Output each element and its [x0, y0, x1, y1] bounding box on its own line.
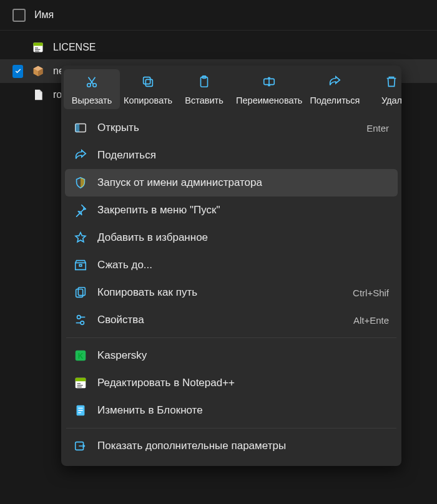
- svg-point-15: [81, 321, 84, 325]
- menu-item-notepad[interactable]: Изменить в Блокноте: [65, 397, 398, 424]
- paste-action[interactable]: Вставить: [176, 69, 232, 109]
- trash-icon: [383, 73, 400, 90]
- star-icon: [74, 231, 87, 245]
- share-arrow-icon: [326, 73, 343, 90]
- select-all-checkbox[interactable]: [12, 9, 26, 22]
- menu-label: Изменить в Блокноте: [97, 404, 389, 417]
- clipboard-icon: [195, 73, 213, 90]
- svg-rect-1: [34, 43, 43, 46]
- scissors-icon: [83, 73, 101, 90]
- menu-item-show-more[interactable]: Показать дополнительные параметры: [65, 432, 398, 460]
- menu-item-favorite[interactable]: Добавить в избранное: [65, 224, 398, 251]
- generic-file-icon: [32, 89, 44, 101]
- kaspersky-icon: K: [74, 349, 87, 362]
- notepadpp-icon: [74, 376, 87, 390]
- rename-label: Переименовать: [236, 95, 302, 105]
- menu-shortcut: Alt+Ente: [353, 315, 389, 326]
- menu-item-notepadpp[interactable]: Редактировать в Notepad++: [65, 369, 398, 397]
- menu-label: Показать дополнительные параметры: [97, 440, 389, 452]
- notepadpp-file-icon: [32, 41, 44, 54]
- context-menu-top-actions: Вырезать Копировать Вставить Переименова…: [61, 65, 401, 112]
- copy-icon: [139, 73, 157, 90]
- menu-label: Копировать как путь: [97, 286, 343, 299]
- menu-label: Поделиться: [97, 149, 389, 162]
- menu-label: Открыть: [97, 122, 356, 134]
- rename-action[interactable]: Переименовать: [232, 69, 306, 109]
- menu-label: Редактировать в Notepad++: [97, 377, 389, 389]
- copy-action[interactable]: Копировать: [120, 69, 176, 109]
- cut-label: Вырезать: [72, 95, 112, 105]
- svg-rect-4: [145, 79, 152, 86]
- menu-item-kaspersky[interactable]: K Kaspersky: [65, 342, 398, 369]
- menu-label: Свойства: [97, 314, 343, 326]
- menu-label: Добавить в избранное: [97, 231, 389, 244]
- svg-rect-19: [76, 378, 86, 382]
- menu-shortcut: Ctrl+Shif: [353, 288, 389, 298]
- svg-rect-13: [78, 288, 85, 296]
- column-header-row: Имя: [0, 0, 437, 31]
- svg-point-14: [77, 316, 81, 319]
- svg-rect-5: [144, 77, 150, 84]
- menu-separator: [66, 428, 396, 429]
- paste-label: Вставить: [185, 95, 223, 105]
- svg-rect-10: [76, 124, 79, 132]
- open-icon: [74, 121, 87, 135]
- menu-label: Закрепить в меню "Пуск": [97, 204, 389, 216]
- share-icon: [74, 148, 87, 162]
- properties-icon: [74, 313, 87, 327]
- menu-label: Kaspersky: [97, 349, 389, 362]
- more-icon: [74, 439, 87, 453]
- svg-text:K: K: [78, 352, 84, 361]
- svg-rect-11: [79, 264, 82, 266]
- file-name: LICENSE: [53, 42, 96, 53]
- copy-label: Копировать: [124, 95, 172, 105]
- pin-icon: [74, 203, 87, 217]
- context-menu: Вырезать Копировать Вставить Переименова…: [61, 65, 401, 466]
- menu-item-run-as-admin[interactable]: Запуск от имени администратора: [65, 169, 398, 196]
- delete-action[interactable]: Удал: [363, 69, 401, 109]
- svg-rect-12: [76, 289, 83, 298]
- share-label: Поделиться: [310, 95, 360, 105]
- package-file-icon: [32, 65, 44, 77]
- share-action[interactable]: Поделиться: [306, 69, 363, 109]
- cut-action[interactable]: Вырезать: [64, 69, 120, 109]
- menu-item-pin-start[interactable]: Закрепить в меню "Пуск": [65, 196, 398, 224]
- notepad-icon: [74, 404, 87, 417]
- menu-item-copy-path[interactable]: Копировать как путь Ctrl+Shif: [65, 279, 398, 306]
- rename-icon: [260, 73, 278, 90]
- shield-icon: [74, 176, 87, 190]
- menu-item-open[interactable]: Открыть Enter: [65, 114, 398, 142]
- menu-item-properties[interactable]: Свойства Alt+Ente: [65, 306, 398, 334]
- menu-shortcut: Enter: [366, 123, 389, 133]
- menu-label: Запуск от имени администратора: [97, 177, 389, 189]
- delete-label: Удал: [381, 95, 401, 105]
- column-name-label: Имя: [34, 9, 54, 21]
- menu-separator: [66, 337, 396, 338]
- menu-item-share[interactable]: Поделиться: [65, 142, 398, 169]
- file-checkbox[interactable]: [12, 65, 23, 78]
- context-menu-items: Открыть Enter Поделиться Запуск от имени…: [61, 112, 401, 466]
- archive-icon: [74, 258, 87, 272]
- svg-point-2: [87, 84, 91, 87]
- svg-point-3: [93, 84, 97, 87]
- menu-item-compress[interactable]: Сжать до...: [65, 251, 398, 279]
- menu-label: Сжать до...: [97, 259, 389, 271]
- copy-path-icon: [74, 286, 87, 299]
- file-row[interactable]: LICENSE: [0, 36, 437, 59]
